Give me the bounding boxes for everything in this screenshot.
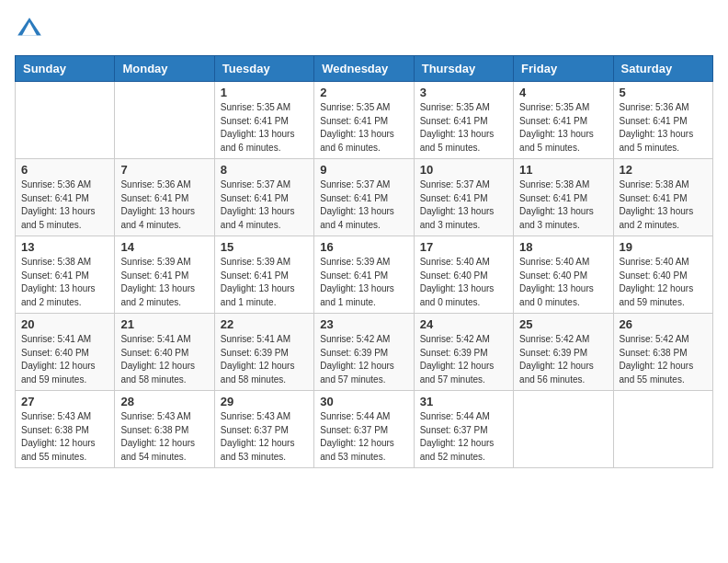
calendar-cell: 29Sunrise: 5:43 AM Sunset: 6:37 PM Dayli… <box>214 391 313 468</box>
day-number: 31 <box>420 395 507 408</box>
calendar-cell: 28Sunrise: 5:43 AM Sunset: 6:38 PM Dayli… <box>115 391 214 468</box>
calendar-table: SundayMondayTuesdayWednesdayThursdayFrid… <box>15 55 713 468</box>
day-number: 30 <box>320 395 407 408</box>
day-header-saturday: Saturday <box>613 56 712 82</box>
day-number: 12 <box>620 163 707 177</box>
calendar-cell: 13Sunrise: 5:38 AM Sunset: 6:41 PM Dayli… <box>16 236 115 314</box>
day-header-thursday: Thursday <box>414 56 513 82</box>
day-number: 13 <box>21 240 108 254</box>
calendar-cell <box>613 391 712 468</box>
day-info: Sunrise: 5:39 AM Sunset: 6:41 PM Dayligh… <box>221 256 308 309</box>
day-header-monday: Monday <box>115 56 214 82</box>
calendar-cell <box>16 82 115 159</box>
calendar-header-row: SundayMondayTuesdayWednesdayThursdayFrid… <box>16 56 713 82</box>
day-info: Sunrise: 5:42 AM Sunset: 6:39 PM Dayligh… <box>320 333 407 386</box>
day-number: 24 <box>420 317 507 331</box>
day-info: Sunrise: 5:39 AM Sunset: 6:41 PM Dayligh… <box>320 256 407 309</box>
day-number: 18 <box>519 240 607 254</box>
calendar-cell: 31Sunrise: 5:44 AM Sunset: 6:37 PM Dayli… <box>414 391 513 468</box>
day-number: 26 <box>620 317 707 331</box>
calendar-week-4: 20Sunrise: 5:41 AM Sunset: 6:40 PM Dayli… <box>16 314 713 391</box>
day-number: 17 <box>420 240 507 254</box>
calendar-cell: 6Sunrise: 5:36 AM Sunset: 6:41 PM Daylig… <box>16 159 115 236</box>
day-info: Sunrise: 5:42 AM Sunset: 6:39 PM Dayligh… <box>519 333 607 386</box>
day-number: 8 <box>221 163 308 177</box>
day-info: Sunrise: 5:35 AM Sunset: 6:41 PM Dayligh… <box>320 101 407 155</box>
calendar-cell: 16Sunrise: 5:39 AM Sunset: 6:41 PM Dayli… <box>314 236 414 314</box>
calendar-cell: 26Sunrise: 5:42 AM Sunset: 6:38 PM Dayli… <box>613 314 712 391</box>
day-number: 2 <box>320 86 407 99</box>
day-number: 16 <box>320 240 407 254</box>
calendar-cell: 8Sunrise: 5:37 AM Sunset: 6:41 PM Daylig… <box>214 159 313 236</box>
day-info: Sunrise: 5:38 AM Sunset: 6:41 PM Dayligh… <box>620 178 707 232</box>
calendar-cell: 14Sunrise: 5:39 AM Sunset: 6:41 PM Dayli… <box>115 236 214 314</box>
day-info: Sunrise: 5:37 AM Sunset: 6:41 PM Dayligh… <box>420 178 507 232</box>
day-info: Sunrise: 5:38 AM Sunset: 6:41 PM Dayligh… <box>519 178 607 232</box>
calendar-week-3: 13Sunrise: 5:38 AM Sunset: 6:41 PM Dayli… <box>16 236 713 314</box>
day-header-sunday: Sunday <box>16 56 115 82</box>
day-info: Sunrise: 5:35 AM Sunset: 6:41 PM Dayligh… <box>420 101 507 155</box>
calendar-cell: 12Sunrise: 5:38 AM Sunset: 6:41 PM Dayli… <box>613 159 712 236</box>
day-info: Sunrise: 5:41 AM Sunset: 6:40 PM Dayligh… <box>21 333 108 386</box>
logo <box>15 15 48 44</box>
calendar-week-1: 1Sunrise: 5:35 AM Sunset: 6:41 PM Daylig… <box>16 82 713 159</box>
day-info: Sunrise: 5:40 AM Sunset: 6:40 PM Dayligh… <box>420 256 507 309</box>
calendar-cell: 10Sunrise: 5:37 AM Sunset: 6:41 PM Dayli… <box>414 159 513 236</box>
day-header-tuesday: Tuesday <box>214 56 313 82</box>
day-info: Sunrise: 5:43 AM Sunset: 6:37 PM Dayligh… <box>221 410 308 464</box>
calendar-cell: 22Sunrise: 5:41 AM Sunset: 6:39 PM Dayli… <box>214 314 313 391</box>
day-info: Sunrise: 5:36 AM Sunset: 6:41 PM Dayligh… <box>120 178 208 232</box>
day-info: Sunrise: 5:35 AM Sunset: 6:41 PM Dayligh… <box>519 101 607 155</box>
day-number: 29 <box>221 395 308 408</box>
day-number: 25 <box>519 317 607 331</box>
day-number: 10 <box>420 163 507 177</box>
day-number: 4 <box>519 86 607 99</box>
day-number: 11 <box>519 163 607 177</box>
calendar-cell: 7Sunrise: 5:36 AM Sunset: 6:41 PM Daylig… <box>115 159 214 236</box>
calendar-cell: 21Sunrise: 5:41 AM Sunset: 6:40 PM Dayli… <box>115 314 214 391</box>
day-info: Sunrise: 5:39 AM Sunset: 6:41 PM Dayligh… <box>120 256 208 309</box>
day-info: Sunrise: 5:43 AM Sunset: 6:38 PM Dayligh… <box>21 410 108 464</box>
day-info: Sunrise: 5:40 AM Sunset: 6:40 PM Dayligh… <box>620 256 707 309</box>
day-number: 27 <box>21 395 108 408</box>
day-number: 23 <box>320 317 407 331</box>
day-header-friday: Friday <box>514 56 613 82</box>
day-number: 14 <box>120 240 208 254</box>
calendar-cell: 9Sunrise: 5:37 AM Sunset: 6:41 PM Daylig… <box>314 159 414 236</box>
calendar-cell: 23Sunrise: 5:42 AM Sunset: 6:39 PM Dayli… <box>314 314 414 391</box>
day-number: 9 <box>320 163 407 177</box>
calendar-cell <box>514 391 613 468</box>
calendar-cell: 5Sunrise: 5:36 AM Sunset: 6:41 PM Daylig… <box>613 82 712 159</box>
logo-icon <box>15 15 44 44</box>
calendar-cell: 11Sunrise: 5:38 AM Sunset: 6:41 PM Dayli… <box>514 159 613 236</box>
day-number: 15 <box>221 240 308 254</box>
calendar-cell: 2Sunrise: 5:35 AM Sunset: 6:41 PM Daylig… <box>314 82 414 159</box>
day-number: 3 <box>420 86 507 99</box>
day-info: Sunrise: 5:35 AM Sunset: 6:41 PM Dayligh… <box>221 101 308 155</box>
day-info: Sunrise: 5:44 AM Sunset: 6:37 PM Dayligh… <box>420 410 507 464</box>
day-info: Sunrise: 5:40 AM Sunset: 6:40 PM Dayligh… <box>519 256 607 309</box>
calendar-cell <box>115 82 214 159</box>
day-info: Sunrise: 5:37 AM Sunset: 6:41 PM Dayligh… <box>221 178 308 232</box>
calendar-cell: 19Sunrise: 5:40 AM Sunset: 6:40 PM Dayli… <box>613 236 712 314</box>
calendar-cell: 17Sunrise: 5:40 AM Sunset: 6:40 PM Dayli… <box>414 236 513 314</box>
day-info: Sunrise: 5:44 AM Sunset: 6:37 PM Dayligh… <box>320 410 407 464</box>
calendar-cell: 3Sunrise: 5:35 AM Sunset: 6:41 PM Daylig… <box>414 82 513 159</box>
day-header-wednesday: Wednesday <box>314 56 414 82</box>
day-number: 21 <box>120 317 208 331</box>
calendar-cell: 18Sunrise: 5:40 AM Sunset: 6:40 PM Dayli… <box>514 236 613 314</box>
day-number: 1 <box>221 86 308 99</box>
page-header <box>15 15 713 44</box>
calendar-week-5: 27Sunrise: 5:43 AM Sunset: 6:38 PM Dayli… <box>16 391 713 468</box>
calendar-cell: 15Sunrise: 5:39 AM Sunset: 6:41 PM Dayli… <box>214 236 313 314</box>
calendar-cell: 1Sunrise: 5:35 AM Sunset: 6:41 PM Daylig… <box>214 82 313 159</box>
calendar-cell: 30Sunrise: 5:44 AM Sunset: 6:37 PM Dayli… <box>314 391 414 468</box>
day-number: 6 <box>21 163 108 177</box>
day-number: 5 <box>620 86 707 99</box>
calendar-cell: 20Sunrise: 5:41 AM Sunset: 6:40 PM Dayli… <box>16 314 115 391</box>
calendar-cell: 24Sunrise: 5:42 AM Sunset: 6:39 PM Dayli… <box>414 314 513 391</box>
calendar-cell: 27Sunrise: 5:43 AM Sunset: 6:38 PM Dayli… <box>16 391 115 468</box>
day-info: Sunrise: 5:36 AM Sunset: 6:41 PM Dayligh… <box>620 101 707 155</box>
calendar-week-2: 6Sunrise: 5:36 AM Sunset: 6:41 PM Daylig… <box>16 159 713 236</box>
day-number: 19 <box>620 240 707 254</box>
